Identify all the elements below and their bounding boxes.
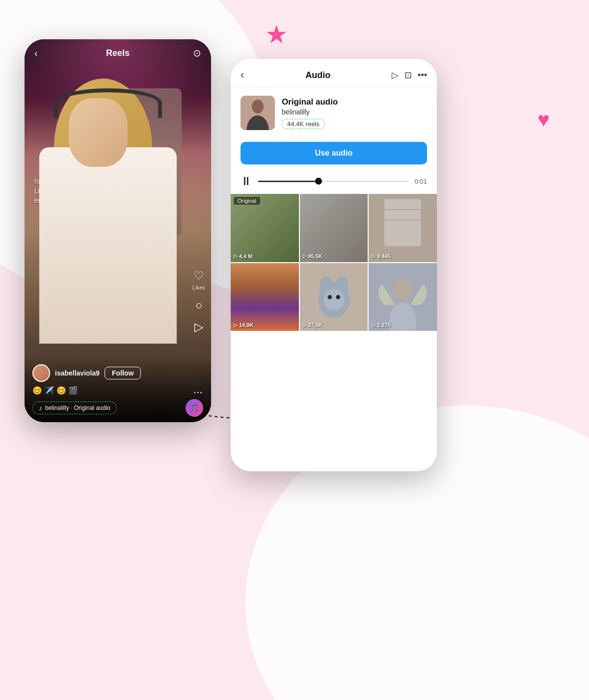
phone1-bottom: isabellaviola9 Follow 😊 ✈️ 😊 🎬 ... ♪ bel… xyxy=(25,358,211,422)
back-icon[interactable]: ‹ xyxy=(34,48,38,59)
share-icon: ▷ xyxy=(194,320,203,334)
audio-row: ♪ belinalilly · Original audio 🎵 xyxy=(32,399,203,417)
phone2-header: ‹ Audio ▷ ⊡ ••• xyxy=(231,59,437,88)
grid-overlay xyxy=(231,263,299,331)
grid-item[interactable]: ▷ 85,5K xyxy=(300,194,368,262)
comment-button[interactable]: ○ xyxy=(195,298,203,312)
grid-item[interactable]: ▷ 1 275 xyxy=(369,263,437,331)
emoji-row: 😊 ✈️ 😊 🎬 ... xyxy=(32,386,203,395)
play-icon: ▷ xyxy=(234,253,238,259)
audio-details: Original audio belinalilly 44.4K reels xyxy=(282,97,427,129)
more-icon[interactable]: ••• xyxy=(418,70,427,81)
comment-icon: ○ xyxy=(195,298,203,312)
grid-views: ▷ 9 445 xyxy=(372,253,391,259)
like-label: Likes xyxy=(192,285,205,291)
phone2-audio: ‹ Audio ▷ ⊡ ••• Origi xyxy=(231,59,437,471)
view-count: 14,9K xyxy=(239,322,253,328)
like-button[interactable]: ♡ Likes xyxy=(192,269,205,291)
reels-count-badge: 44.4K reels xyxy=(282,119,325,129)
p2-audio-title: Audio xyxy=(305,70,330,81)
play-icon: ▷ xyxy=(303,253,307,259)
grid-views: ▷ 1 275 xyxy=(372,322,391,328)
action-buttons: ♡ Likes ○ ▷ xyxy=(192,269,205,334)
grid-overlay xyxy=(369,194,437,262)
grid-item[interactable]: Original ▷ 4,4 M xyxy=(231,194,299,262)
reels-title: Reels xyxy=(106,48,130,58)
music-note-icon: ♪ xyxy=(39,404,42,412)
audio-badge[interactable]: ♪ belinalilly · Original audio xyxy=(32,402,117,414)
grid-overlay xyxy=(369,263,437,331)
play-icon: ▷ xyxy=(234,323,238,328)
view-count: 4,4 M xyxy=(239,253,253,259)
audio-thumb-inner xyxy=(241,96,275,130)
phones-container: ‹ Reels ⊙ Is it just me or I love being … xyxy=(25,39,437,471)
user-avatar xyxy=(32,364,50,382)
progress-thumb xyxy=(315,178,322,185)
view-count: 85,5K xyxy=(308,253,322,259)
svg-point-3 xyxy=(252,100,264,113)
play-icon: ▷ xyxy=(372,253,375,259)
grid-item[interactable]: ▷ 27,5K xyxy=(300,263,368,331)
phone1-header: ‹ Reels ⊙ xyxy=(25,39,211,63)
grid-views: ▷ 14,9K xyxy=(234,322,253,328)
audio-info: Original audio belinalilly 44.4K reels xyxy=(231,88,437,138)
emoji-display: 😊 ✈️ 😊 🎬 xyxy=(32,386,78,395)
heart-decoration: ♥ xyxy=(537,108,550,132)
grid-overlay xyxy=(300,194,368,262)
play-icon: ▷ xyxy=(372,323,375,328)
time-label: 0:01 xyxy=(415,178,427,185)
audio-text: belinalilly · Original audio xyxy=(45,404,110,411)
like-icon: ♡ xyxy=(193,269,204,283)
grid-overlay xyxy=(300,263,368,331)
grid-views: ▷ 27,5K xyxy=(303,322,322,328)
grid-badge: Original xyxy=(234,197,260,205)
grid-views: ▷ 4,4 M xyxy=(234,253,253,259)
p2-back-icon[interactable]: ‹ xyxy=(241,69,244,81)
grid-item[interactable]: ▷ 9 445 xyxy=(369,194,437,262)
view-count: 1 275 xyxy=(377,322,391,328)
pause-button[interactable]: ⏸ xyxy=(241,174,252,188)
camera-icon[interactable]: ⊙ xyxy=(193,47,201,59)
audio-author: belinalilly xyxy=(282,108,427,116)
follow-button[interactable]: Follow xyxy=(105,367,141,379)
phone1-reels: ‹ Reels ⊙ Is it just me or I love being … xyxy=(25,39,211,422)
view-count: 9 445 xyxy=(377,253,391,259)
more-options-button[interactable]: ... xyxy=(194,386,203,395)
video-grid: Original ▷ 4,4 M ▷ 85,5K xyxy=(231,194,437,331)
progress-bar[interactable] xyxy=(258,181,409,182)
user-row: isabellaviola9 Follow xyxy=(32,364,203,382)
grid-views: ▷ 85,5K xyxy=(303,253,322,259)
audio-player: ⏸ 0:01 xyxy=(231,168,437,194)
send-icon[interactable]: ▷ xyxy=(392,70,399,81)
view-count: 27,5K xyxy=(308,322,322,328)
username: isabellaviola9 xyxy=(55,369,100,377)
share-button[interactable]: ▷ xyxy=(194,320,203,334)
spinning-disc[interactable]: 🎵 xyxy=(186,399,203,417)
audio-thumbnail xyxy=(241,96,275,130)
avatar-inner xyxy=(33,365,49,381)
person-headphones xyxy=(54,88,162,118)
use-audio-button[interactable]: Use audio xyxy=(241,142,427,164)
audio-title: Original audio xyxy=(282,97,427,107)
grid-item[interactable]: ▷ 14,9K xyxy=(231,263,299,331)
person-body xyxy=(39,147,177,344)
play-icon: ▷ xyxy=(303,323,307,328)
bookmark-icon[interactable]: ⊡ xyxy=(404,70,412,81)
p2-header-icons: ▷ ⊡ ••• xyxy=(392,70,427,81)
progress-fill xyxy=(258,181,319,182)
